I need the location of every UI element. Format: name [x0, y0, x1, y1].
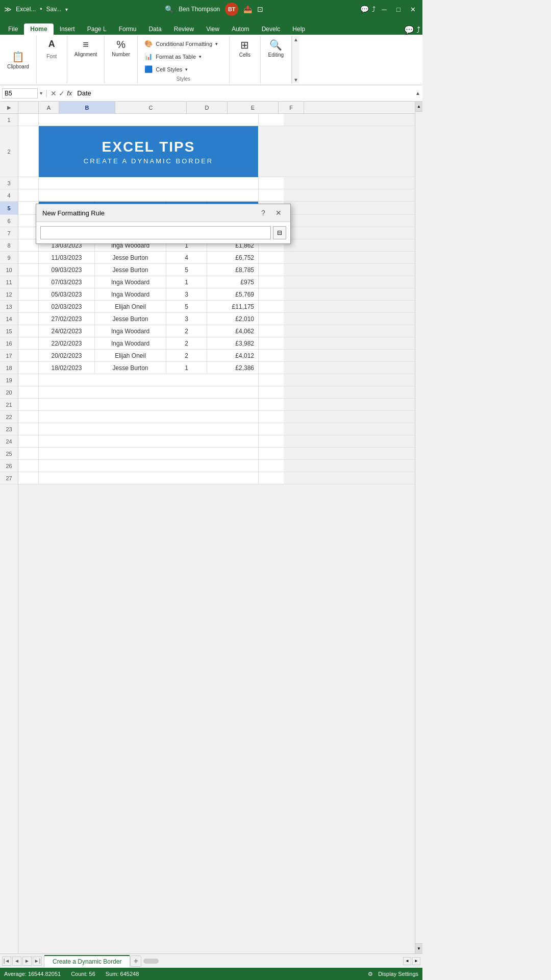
cell-total-14[interactable]: £2,010: [207, 313, 258, 325]
cell-f15[interactable]: [258, 325, 284, 337]
tab-page-layout[interactable]: Page L: [81, 23, 113, 35]
cell-f23[interactable]: [258, 423, 284, 435]
empty-cell-21[interactable]: [39, 399, 258, 410]
cell-f24[interactable]: [258, 435, 284, 447]
col-header-c[interactable]: C: [115, 102, 187, 114]
empty-cell-25[interactable]: [39, 448, 258, 459]
select-all-button[interactable]: ▶: [7, 105, 11, 110]
cell-date-9[interactable]: 11/03/2023: [39, 252, 95, 263]
cell-name-17[interactable]: Elijah Oneil: [95, 350, 166, 361]
format-as-table-button[interactable]: 📊 Format as Table ▾: [142, 51, 224, 62]
cell-f26[interactable]: [258, 460, 284, 472]
cell-a2[interactable]: [18, 126, 39, 177]
cell-date-14[interactable]: 27/02/2023: [39, 313, 95, 325]
col-header-e[interactable]: E: [228, 102, 279, 114]
cell-f4[interactable]: [258, 189, 284, 201]
close-button[interactable]: ✕: [407, 4, 418, 15]
cell-date-12[interactable]: 05/03/2023: [39, 288, 95, 300]
cell-f1[interactable]: [258, 114, 284, 126]
search-icon[interactable]: 🔍: [165, 5, 173, 13]
cell-a3[interactable]: [18, 177, 39, 189]
tab-home[interactable]: Home: [24, 23, 53, 35]
cell-name-11[interactable]: Inga Woodard: [95, 276, 166, 288]
tab-automate[interactable]: Autom: [226, 23, 256, 35]
cell-f9[interactable]: [258, 252, 284, 263]
cell-a19[interactable]: [18, 374, 39, 386]
cell-a20[interactable]: [18, 386, 39, 398]
scroll-up-icon[interactable]: ▲: [415, 90, 420, 96]
col-header-f[interactable]: F: [279, 102, 304, 114]
cell-date-16[interactable]: 22/02/2023: [39, 337, 95, 349]
cell-total-10[interactable]: £8,785: [207, 264, 258, 276]
cell-total-15[interactable]: £4,062: [207, 325, 258, 337]
confirm-icon[interactable]: ✓: [59, 89, 65, 97]
cell-f17[interactable]: [258, 350, 284, 361]
tab-first-button[interactable]: |◄: [2, 957, 11, 966]
cell-a21[interactable]: [18, 399, 39, 410]
cells-button[interactable]: ⊞ Cells: [234, 37, 256, 60]
cancel-icon[interactable]: ✕: [51, 89, 57, 97]
cell-f13[interactable]: [258, 301, 284, 312]
cell-name-9[interactable]: Jesse Burton: [95, 252, 166, 263]
cell-a17[interactable]: [18, 350, 39, 361]
cell-total-13[interactable]: £11,175: [207, 301, 258, 312]
cell-total-16[interactable]: £3,982: [207, 337, 258, 349]
share-icon[interactable]: 📤: [243, 5, 252, 13]
tablet-icon[interactable]: ⊡: [257, 5, 263, 13]
empty-cell-23[interactable]: [39, 423, 258, 435]
empty-cell-27[interactable]: [39, 472, 258, 484]
dialog-input[interactable]: [40, 226, 271, 239]
alignment-button[interactable]: ≡ Alignment: [71, 37, 100, 59]
tab-file[interactable]: File: [2, 23, 24, 35]
cell-name-16[interactable]: Inga Woodard: [95, 337, 166, 349]
cell-name-13[interactable]: Elijah Oneil: [95, 301, 166, 312]
cell-total-18[interactable]: £2,386: [207, 362, 258, 374]
cell-a27[interactable]: [18, 472, 39, 484]
cell-a26[interactable]: [18, 460, 39, 472]
cell-a15[interactable]: [18, 325, 39, 337]
empty-cell-1[interactable]: [39, 114, 258, 126]
cell-units-18[interactable]: 1: [166, 362, 207, 374]
tab-next-button[interactable]: ►: [22, 957, 32, 966]
cell-f11[interactable]: [258, 276, 284, 288]
cell-f20[interactable]: [258, 386, 284, 398]
cell-total-17[interactable]: £4,012: [207, 350, 258, 361]
display-settings-icon[interactable]: ⚙: [368, 971, 373, 977]
cell-a10[interactable]: [18, 264, 39, 276]
cell-date-13[interactable]: 02/03/2023: [39, 301, 95, 312]
cell-a18[interactable]: [18, 362, 39, 374]
cell-a13[interactable]: [18, 301, 39, 312]
tab-prev-button[interactable]: ◄: [12, 957, 21, 966]
cell-a25[interactable]: [18, 448, 39, 459]
cell-date-15[interactable]: 24/02/2023: [39, 325, 95, 337]
dialog-help-button[interactable]: ?: [258, 207, 269, 218]
cell-name-15[interactable]: Inga Woodard: [95, 325, 166, 337]
cell-f25[interactable]: [258, 448, 284, 459]
font-button[interactable]: A: [45, 37, 58, 53]
cell-f3[interactable]: [258, 177, 284, 189]
cell-units-10[interactable]: 5: [166, 264, 207, 276]
cell-f12[interactable]: [258, 288, 284, 300]
cell-units-15[interactable]: 2: [166, 325, 207, 337]
vertical-scrollbar[interactable]: ▲ ▼: [415, 102, 422, 953]
cell-f18[interactable]: [258, 362, 284, 374]
empty-cell-26[interactable]: [39, 460, 258, 472]
minimize-button[interactable]: ─: [379, 4, 390, 15]
cell-units-14[interactable]: 3: [166, 313, 207, 325]
col-header-a[interactable]: A: [39, 102, 59, 114]
cell-total-11[interactable]: £975: [207, 276, 258, 288]
display-settings-label[interactable]: Display Settings: [378, 971, 418, 977]
tab-review[interactable]: Review: [168, 23, 200, 35]
cell-units-16[interactable]: 2: [166, 337, 207, 349]
dialog-close-button[interactable]: ✕: [273, 207, 284, 218]
tab-last-button[interactable]: ►|: [33, 957, 42, 966]
cell-total-12[interactable]: £5,769: [207, 288, 258, 300]
insert-function-icon[interactable]: fx: [67, 89, 72, 97]
dialog-collapse-button[interactable]: ⊟: [273, 226, 286, 239]
cell-ref-dropdown[interactable]: ▾: [40, 90, 42, 96]
cell-date-10[interactable]: 09/03/2023: [39, 264, 95, 276]
comments-ribbon-icon[interactable]: 💬: [404, 25, 414, 35]
cell-units-17[interactable]: 2: [166, 350, 207, 361]
cell-total-9[interactable]: £6,752: [207, 252, 258, 263]
empty-cell-20[interactable]: [39, 386, 258, 398]
